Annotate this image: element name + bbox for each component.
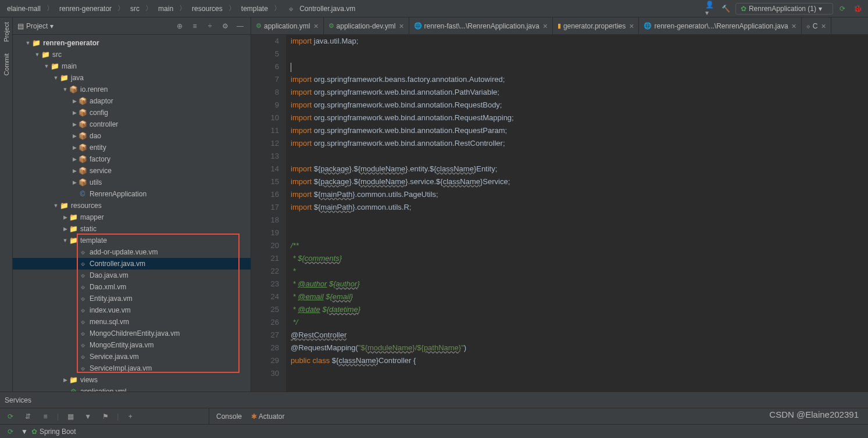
tree-arrow-icon[interactable]: ▼ bbox=[34, 52, 41, 58]
tree-item-config[interactable]: ▶📦config bbox=[13, 107, 251, 119]
tree-item-utils[interactable]: ▶📦utils bbox=[13, 177, 251, 188]
tree-item-renrenapplication[interactable]: ©RenrenApplication bbox=[13, 188, 251, 200]
tree-arrow-icon[interactable]: ▶ bbox=[62, 214, 69, 220]
editor-tab[interactable]: 🌐renren-fast\...\RenrenApplication.java× bbox=[409, 17, 553, 34]
tree-arrow-icon[interactable]: ▶ bbox=[71, 98, 78, 104]
tree-arrow-icon[interactable]: ▶ bbox=[71, 168, 78, 174]
tree-arrow-icon[interactable]: ▼ bbox=[62, 238, 69, 243]
left-tool-gutter: Project Commit bbox=[0, 17, 13, 392]
filter-icon[interactable]: ▼ bbox=[82, 411, 94, 422]
tree-arrow-icon[interactable]: ▼ bbox=[62, 87, 69, 92]
tree-item-application-yml[interactable]: ⚙application.yml bbox=[13, 386, 251, 392]
tree-item-renren-generator[interactable]: ▼📁renren-generator bbox=[13, 37, 251, 49]
console-tab[interactable]: Console bbox=[216, 412, 242, 421]
flag-icon[interactable]: ⚑ bbox=[99, 411, 111, 422]
tree-item-io-renren[interactable]: ▼📦io.renren bbox=[13, 84, 251, 95]
rerun-icon[interactable]: ⟳ bbox=[5, 411, 16, 422]
tree-item-template[interactable]: ▼📁template bbox=[13, 235, 251, 246]
tree-node-icon: 📦 bbox=[78, 97, 87, 105]
tree-icon[interactable]: ⇵ bbox=[22, 411, 34, 422]
sync-icon[interactable]: ⟳ bbox=[5, 426, 16, 437]
expand-toggle[interactable]: ▼ bbox=[21, 428, 28, 436]
run-icon[interactable]: ⟳ bbox=[837, 3, 848, 15]
tree-arrow-icon[interactable]: ▶ bbox=[71, 145, 78, 150]
debug-icon[interactable]: 🐞 bbox=[852, 3, 863, 15]
build-icon[interactable]: 🔨 bbox=[720, 3, 732, 15]
breadcrumb-item[interactable]: elaine-mall bbox=[5, 3, 43, 14]
breadcrumb-item[interactable]: template bbox=[239, 3, 270, 14]
tree-arrow-icon[interactable]: ▶ bbox=[62, 226, 69, 232]
tree-arrow-icon[interactable]: ▶ bbox=[71, 121, 78, 127]
tree-item-resources[interactable]: ▼📁resources bbox=[13, 200, 251, 211]
editor-tab[interactable]: ⚙application.yml× bbox=[251, 17, 324, 34]
tree-item-entity[interactable]: ▶📦entity bbox=[13, 142, 251, 153]
tree-arrow-icon[interactable]: ▼ bbox=[52, 75, 59, 81]
breadcrumb-item[interactable]: resources bbox=[190, 3, 225, 14]
tree-arrow-icon[interactable]: ▶ bbox=[71, 133, 78, 139]
close-icon[interactable]: × bbox=[792, 21, 796, 31]
hide-icon[interactable]: — bbox=[234, 20, 246, 32]
chevron-down-icon[interactable]: ▾ bbox=[50, 22, 53, 30]
user-icon[interactable]: 👤▾ bbox=[705, 3, 717, 15]
tree-item-java[interactable]: ▼📁java bbox=[13, 72, 251, 84]
tree-item-adaptor[interactable]: ▶📦adaptor bbox=[13, 95, 251, 107]
actuator-tab[interactable]: ✱ Actuator bbox=[251, 412, 284, 421]
tree-item-add-or-update-vue-vm[interactable]: ⟐add-or-update.vue.vm bbox=[13, 246, 251, 258]
close-icon[interactable]: × bbox=[313, 21, 318, 31]
tree-arrow-icon[interactable]: ▼ bbox=[24, 40, 31, 46]
tree-item-static[interactable]: ▶📁static bbox=[13, 223, 251, 235]
tree-item-dao[interactable]: ▶📦dao bbox=[13, 130, 251, 142]
code-editor[interactable]: 4567891011121314151617181920212223242526… bbox=[251, 35, 868, 392]
services-title-bar[interactable]: Services bbox=[0, 392, 868, 408]
tree-node-label: main bbox=[62, 62, 77, 70]
tree-item-mapper[interactable]: ▶📁mapper bbox=[13, 211, 251, 223]
tree-arrow-icon[interactable]: ▶ bbox=[71, 179, 78, 185]
grid-icon[interactable]: ▦ bbox=[65, 411, 76, 422]
tree-item-menu-sql-vm[interactable]: ⟐menu.sql.vm bbox=[13, 316, 251, 328]
tree-item-dao-java-vm[interactable]: ⟐Dao.java.vm bbox=[13, 270, 251, 281]
tree-item-controller[interactable]: ▶📦controller bbox=[13, 119, 251, 130]
tree-item-main[interactable]: ▼📁main bbox=[13, 60, 251, 72]
editor-tab[interactable]: ▮generator.properties× bbox=[553, 17, 640, 34]
settings-icon[interactable]: ⚙ bbox=[219, 20, 231, 32]
tree-item-views[interactable]: ▶📁views bbox=[13, 374, 251, 386]
flat-icon[interactable]: ≡ bbox=[40, 411, 51, 422]
springboot-label[interactable]: Spring Boot bbox=[40, 428, 76, 436]
tree-item-factory[interactable]: ▶📦factory bbox=[13, 153, 251, 165]
tree-arrow-icon[interactable]: ▶ bbox=[71, 110, 78, 116]
project-tool-tab[interactable]: Project bbox=[3, 22, 10, 42]
tree-item-dao-xml-vm[interactable]: ⟐Dao.xml.vm bbox=[13, 281, 251, 293]
breadcrumb-item[interactable]: renren-generator bbox=[57, 3, 114, 14]
tree-item-service[interactable]: ▶📦service bbox=[13, 165, 251, 177]
breadcrumb-item[interactable]: ⟐ Controller.java.vm bbox=[284, 3, 360, 14]
code-content[interactable]: import java.util.Map; import org.springf… bbox=[286, 35, 868, 392]
tree-item-controller-java-vm[interactable]: ⟐Controller.java.vm bbox=[13, 258, 251, 270]
commit-tool-tab[interactable]: Commit bbox=[3, 53, 10, 76]
tree-item-mongoentity-java-vm[interactable]: ⟐MongoEntity.java.vm bbox=[13, 339, 251, 351]
locate-icon[interactable]: ⊕ bbox=[174, 20, 185, 32]
tree-item-index-vue-vm[interactable]: ⟐index.vue.vm bbox=[13, 304, 251, 316]
tree-item-mongochildrenentity-java-vm[interactable]: ⟐MongoChildrenEntity.java.vm bbox=[13, 328, 251, 339]
tree-arrow-icon[interactable]: ▶ bbox=[62, 377, 69, 383]
close-icon[interactable]: × bbox=[821, 21, 826, 31]
expand-icon[interactable]: ≡ bbox=[189, 20, 201, 32]
close-icon[interactable]: × bbox=[543, 21, 548, 31]
editor-tab[interactable]: 🌐renren-generator\...\RenrenApplication.… bbox=[639, 17, 801, 34]
tree-item-serviceimpl-java-vm[interactable]: ⟐ServiceImpl.java.vm bbox=[13, 362, 251, 374]
tree-item-src[interactable]: ▼📁src bbox=[13, 49, 251, 60]
breadcrumb-item[interactable]: main bbox=[156, 3, 176, 14]
collapse-icon[interactable]: ÷ bbox=[204, 20, 216, 32]
close-icon[interactable]: × bbox=[399, 21, 403, 31]
tree-arrow-icon[interactable]: ▼ bbox=[43, 63, 50, 69]
tree-arrow-icon[interactable]: ▶ bbox=[71, 156, 78, 162]
editor-tab[interactable]: ⟐C× bbox=[802, 17, 831, 34]
tree-item-entity-java-vm[interactable]: ⟐Entity.java.vm bbox=[13, 293, 251, 304]
run-configuration-dropdown[interactable]: ✿ RenrenApplication (1) ▾ bbox=[735, 3, 833, 15]
editor-tab[interactable]: ⚙application-dev.yml× bbox=[324, 17, 409, 34]
close-icon[interactable]: × bbox=[629, 21, 634, 31]
add-icon[interactable]: + bbox=[124, 411, 136, 422]
breadcrumb-item[interactable]: src bbox=[128, 3, 142, 14]
tree-arrow-icon[interactable]: ▼ bbox=[52, 203, 59, 209]
project-tree[interactable]: ▼📁renren-generator▼📁src▼📁main▼📁java▼📦io.… bbox=[13, 35, 251, 392]
tree-item-service-java-vm[interactable]: ⟐Service.java.vm bbox=[13, 351, 251, 362]
